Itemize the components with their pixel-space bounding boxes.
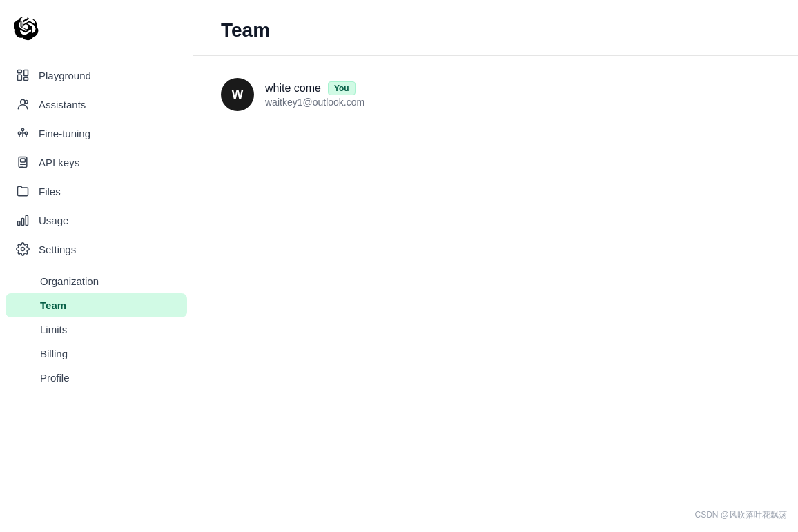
fine-tuning-icon [15, 126, 30, 141]
page-header: Team [193, 0, 798, 56]
avatar: W [221, 78, 254, 111]
svg-rect-2 [24, 70, 28, 76]
sidebar-item-usage[interactable]: Usage [6, 206, 187, 235]
member-email: waitkey1@outlook.com [265, 97, 364, 108]
svg-rect-19 [21, 219, 23, 226]
svg-rect-18 [18, 221, 20, 226]
sidebar-item-playground-label: Playground [39, 70, 91, 81]
sidebar-item-limits-label: Limits [40, 324, 67, 335]
sidebar-item-profile-label: Profile [40, 372, 70, 384]
member-info: white come You waitkey1@outlook.com [265, 81, 364, 108]
sidebar-item-assistants[interactable]: Assistants [6, 90, 187, 119]
sidebar-item-billing[interactable]: Billing [6, 342, 187, 366]
sidebar-item-team-label: Team [40, 299, 66, 311]
main-content: Team W white come You waitkey1@outlook.c… [193, 0, 798, 532]
svg-rect-1 [18, 75, 22, 80]
sidebar-item-organization[interactable]: Organization [6, 269, 187, 293]
sidebar-item-usage-label: Usage [39, 215, 68, 226]
sidebar: Playground Assistants [0, 0, 193, 532]
svg-rect-15 [21, 159, 26, 162]
member-name: white come [265, 82, 321, 95]
sidebar-item-assistants-label: Assistants [39, 99, 86, 110]
sidebar-item-files-label: Files [39, 186, 61, 197]
svg-rect-3 [24, 77, 28, 80]
openai-logo-icon [14, 17, 39, 41]
sidebar-item-fine-tuning[interactable]: Fine-tuning [6, 119, 187, 148]
sidebar-item-fine-tuning-label: Fine-tuning [39, 128, 90, 139]
sidebar-item-api-keys-label: API keys [39, 157, 79, 168]
member-name-row: white come You [265, 81, 364, 95]
svg-rect-20 [26, 215, 28, 225]
sidebar-item-team[interactable]: Team [6, 293, 187, 317]
sidebar-item-files[interactable]: Files [6, 177, 187, 206]
logo[interactable] [0, 11, 193, 61]
sidebar-item-settings[interactable]: Settings [6, 235, 187, 264]
svg-point-5 [25, 101, 28, 104]
usage-icon [15, 213, 30, 228]
page-title: Team [221, 19, 770, 41]
sidebar-item-settings-label: Settings [39, 244, 76, 255]
settings-icon [15, 242, 30, 257]
files-icon [15, 184, 30, 199]
sidebar-item-limits[interactable]: Limits [6, 317, 187, 342]
svg-rect-0 [18, 70, 22, 73]
watermark: CSDN @风吹落叶花飘荡 [694, 509, 787, 521]
you-badge: You [328, 81, 356, 95]
sidebar-item-organization-label: Organization [40, 275, 99, 287]
sidebar-nav: Playground Assistants [0, 61, 193, 521]
playground-icon [15, 68, 30, 83]
sidebar-item-billing-label: Billing [40, 348, 68, 359]
sidebar-item-profile[interactable]: Profile [6, 366, 187, 390]
api-keys-icon [15, 155, 30, 170]
sidebar-item-playground[interactable]: Playground [6, 61, 187, 90]
team-member-row: W white come You waitkey1@outlook.com [221, 78, 770, 111]
svg-point-21 [21, 248, 25, 251]
sidebar-item-api-keys[interactable]: API keys [6, 148, 187, 177]
assistants-icon [15, 97, 30, 112]
page-body: W white come You waitkey1@outlook.com [193, 56, 798, 133]
